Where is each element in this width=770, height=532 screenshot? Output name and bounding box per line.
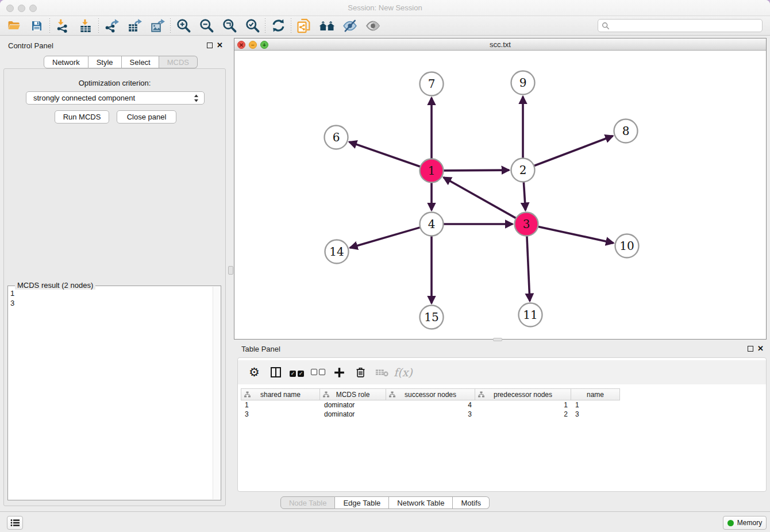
node-3[interactable]: 3 bbox=[515, 213, 538, 236]
table-tab-network-table[interactable]: Network Table bbox=[389, 496, 453, 509]
eye-icon bbox=[365, 18, 381, 33]
zoom-out-button[interactable] bbox=[195, 17, 218, 34]
column-header-MCDS-role[interactable]: MCDS role bbox=[320, 388, 386, 400]
network-canvas[interactable]: 7968124314101511 bbox=[234, 51, 766, 339]
node-14[interactable]: 14 bbox=[325, 240, 349, 264]
tab-select[interactable]: Select bbox=[122, 56, 159, 68]
import-table-button[interactable] bbox=[74, 17, 97, 34]
column-header-predecessor-nodes[interactable]: predecessor nodes bbox=[475, 388, 571, 400]
table-row[interactable]: 1dominator411 bbox=[241, 400, 620, 410]
tab-style[interactable]: Style bbox=[88, 56, 122, 68]
float-panel-icon[interactable] bbox=[207, 43, 213, 48]
vertical-splitter-handle[interactable] bbox=[228, 266, 233, 275]
export-table-button[interactable] bbox=[123, 17, 146, 34]
result-item[interactable]: 3 bbox=[10, 298, 14, 308]
result-scrollbar[interactable] bbox=[213, 287, 220, 499]
mcds-result-list[interactable]: 13 bbox=[10, 288, 14, 308]
node-7[interactable]: 7 bbox=[420, 72, 444, 96]
hide-selected-button[interactable] bbox=[338, 17, 361, 34]
table-cell[interactable]: 1 bbox=[475, 400, 571, 410]
edge-1-6[interactable] bbox=[349, 142, 421, 167]
table-cell[interactable]: 3 bbox=[386, 410, 475, 419]
zoom-in-button[interactable] bbox=[172, 17, 195, 34]
close-table-panel-icon[interactable]: ✕ bbox=[757, 344, 764, 353]
node-15[interactable]: 15 bbox=[420, 306, 444, 329]
save-session-button[interactable] bbox=[25, 17, 48, 34]
edge-3-11[interactable] bbox=[527, 236, 530, 301]
criterion-dropdown[interactable]: strongly connected component bbox=[26, 91, 205, 105]
node-10[interactable]: 10 bbox=[615, 234, 639, 258]
dropdown-stepper-icon bbox=[191, 93, 201, 103]
table-tab-node-table[interactable]: Node Table bbox=[280, 496, 336, 509]
table-tab-edge-table[interactable]: Edge Table bbox=[335, 496, 389, 509]
clone-network-button[interactable] bbox=[292, 17, 315, 34]
save-icon bbox=[30, 19, 44, 33]
close-panel-button[interactable]: Close panel bbox=[117, 110, 176, 124]
node-8[interactable]: 8 bbox=[614, 119, 638, 143]
import-network-button[interactable] bbox=[51, 17, 74, 34]
network-window-title: scc.txt bbox=[234, 40, 766, 49]
table-cell[interactable]: dominator bbox=[320, 410, 386, 419]
column-header-name[interactable]: name bbox=[571, 388, 620, 400]
edge-1-2[interactable] bbox=[444, 170, 509, 171]
table-cell[interactable]: dominator bbox=[320, 400, 386, 410]
result-item[interactable]: 1 bbox=[10, 288, 14, 298]
node-9[interactable]: 9 bbox=[511, 71, 535, 95]
split-view-button[interactable] bbox=[265, 363, 286, 382]
column-label: shared name bbox=[260, 391, 301, 399]
run-mcds-button[interactable]: Run MCDS bbox=[55, 110, 109, 124]
edge-3-10[interactable] bbox=[538, 226, 614, 242]
float-table-panel-icon[interactable] bbox=[748, 346, 753, 352]
node-table-container: ⚙ ✓✓ bbox=[237, 357, 767, 492]
horizontal-splitter-handle[interactable] bbox=[493, 338, 502, 341]
table-cell[interactable]: 3 bbox=[571, 410, 620, 419]
tab-mcds[interactable]: MCDS bbox=[159, 56, 198, 68]
table-row[interactable]: 3dominator323 bbox=[241, 410, 620, 419]
edge-3-1[interactable] bbox=[444, 178, 516, 218]
zoom-selected-button[interactable] bbox=[241, 17, 264, 34]
search-input[interactable] bbox=[610, 22, 762, 30]
table-cell[interactable]: 1 bbox=[571, 400, 620, 410]
column-label: MCDS role bbox=[336, 391, 370, 399]
show-all-button[interactable] bbox=[361, 17, 384, 34]
first-neighbors-button[interactable] bbox=[315, 17, 338, 34]
node-11[interactable]: 11 bbox=[519, 303, 542, 327]
edge-4-14[interactable] bbox=[350, 228, 420, 248]
task-history-button[interactable] bbox=[7, 516, 23, 530]
node-2[interactable]: 2 bbox=[511, 159, 535, 182]
table-cell[interactable]: 3 bbox=[241, 410, 320, 419]
add-column-button[interactable] bbox=[329, 363, 350, 382]
export-network-button[interactable] bbox=[100, 17, 123, 34]
zoom-selected-icon bbox=[245, 18, 260, 33]
tab-network[interactable]: Network bbox=[44, 56, 88, 68]
deselect-all-button[interactable] bbox=[307, 363, 329, 382]
delete-table-button[interactable] bbox=[350, 363, 371, 382]
table-cell[interactable]: 4 bbox=[386, 400, 475, 410]
function-builder-button[interactable]: f(x) bbox=[392, 363, 414, 382]
open-session-button[interactable] bbox=[2, 17, 25, 34]
select-all-button[interactable]: ✓✓ bbox=[286, 363, 307, 382]
node-1[interactable]: 1 bbox=[420, 159, 444, 183]
refresh-button[interactable] bbox=[267, 17, 290, 34]
search-icon bbox=[602, 22, 610, 30]
svg-text:8: 8 bbox=[622, 124, 630, 138]
search-field[interactable] bbox=[598, 19, 763, 32]
delete-column-button[interactable] bbox=[371, 363, 392, 382]
network-window-titlebar: ✕ − + scc.txt bbox=[234, 38, 766, 51]
export-image-button[interactable] bbox=[146, 17, 169, 34]
column-header-successor-nodes[interactable]: successor nodes bbox=[386, 388, 475, 400]
edge-2-3[interactable] bbox=[523, 182, 525, 210]
table-cell[interactable]: 1 bbox=[241, 400, 320, 410]
table-tab-motifs[interactable]: Motifs bbox=[453, 496, 490, 509]
column-settings-button[interactable]: ⚙ bbox=[244, 363, 265, 382]
table-cell[interactable]: 2 bbox=[475, 410, 571, 419]
close-panel-icon[interactable]: ✕ bbox=[217, 41, 223, 49]
memory-button[interactable]: Memory bbox=[723, 516, 767, 530]
node-6[interactable]: 6 bbox=[325, 126, 348, 149]
svg-text:14: 14 bbox=[329, 245, 344, 259]
column-header-shared-name[interactable]: shared name bbox=[241, 388, 320, 400]
edge-2-8[interactable] bbox=[534, 136, 613, 166]
zoom-fit-button[interactable] bbox=[218, 17, 241, 34]
node-4[interactable]: 4 bbox=[420, 213, 444, 236]
control-panel-header: Control Panel ✕ bbox=[0, 38, 229, 53]
